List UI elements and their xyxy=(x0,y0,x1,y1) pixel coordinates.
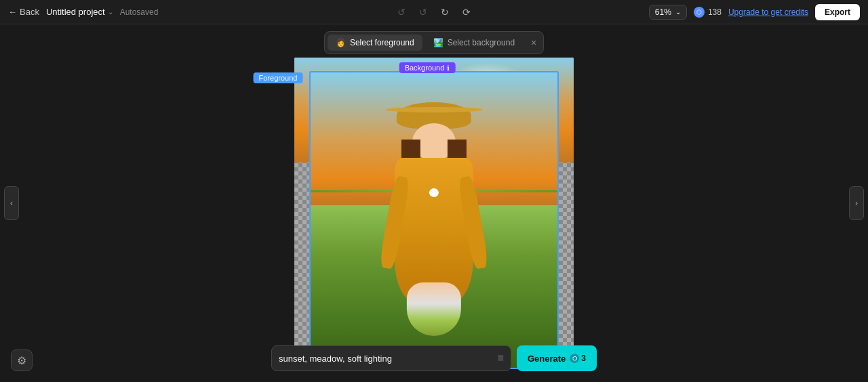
undo2-button[interactable]: ↺ xyxy=(414,3,432,21)
topbar-left: ← Back Untitled project ⌄ Autosaved xyxy=(8,7,158,17)
left-arrow-icon: ‹ xyxy=(10,198,13,208)
tab-background-label: Select background xyxy=(448,38,515,47)
prompt-bar: ≡ Generate ⬡ 3 xyxy=(271,345,597,371)
credits-display: ⬡ 138 xyxy=(694,7,722,18)
zoom-control[interactable]: 61% ⌄ xyxy=(649,5,687,20)
topbar: ← Back Untitled project ⌄ Autosaved ↺ ↺ … xyxy=(0,0,868,24)
cost-value: 3 xyxy=(581,354,586,363)
cost-icon: ⬡ xyxy=(570,354,579,363)
topbar-right: 61% ⌄ ⬡ 138 Upgrade to get credits Expor… xyxy=(649,4,860,20)
canvas-area: 👩 Select foreground 🏞️ Select background… xyxy=(0,24,868,382)
export-button[interactable]: Export xyxy=(815,4,860,20)
undo-icon: ↺ xyxy=(397,7,406,18)
hands-flowers xyxy=(407,282,461,335)
tab-foreground-label: Select foreground xyxy=(350,38,414,47)
back-arrow-icon: ← xyxy=(8,7,17,17)
collar xyxy=(429,188,439,197)
generate-button[interactable]: Generate ⬡ 3 xyxy=(517,345,597,371)
refresh-button[interactable]: ⟳ xyxy=(458,3,475,21)
credits-count: 138 xyxy=(708,7,722,17)
hat-brim xyxy=(385,107,483,112)
tab-background-icon: 🏞️ xyxy=(433,38,443,47)
prompt-settings-icon: ≡ xyxy=(498,352,504,364)
tab-foreground-icon: 👩 xyxy=(336,38,346,47)
zoom-value: 61% xyxy=(655,7,671,17)
foreground-label-badge: Foreground xyxy=(254,72,303,83)
person-figure xyxy=(366,102,502,368)
redo-icon: ↻ xyxy=(441,7,449,18)
foreground-label-text: Foreground xyxy=(259,74,298,82)
prompt-settings-button[interactable]: ≡ xyxy=(498,352,504,364)
topbar-center: ↺ ↺ ↻ ⟳ xyxy=(393,3,475,21)
project-name-text: Untitled project xyxy=(46,7,105,17)
project-chevron-icon: ⌄ xyxy=(108,8,113,16)
background-label-text: Background xyxy=(405,64,445,72)
prompt-input[interactable] xyxy=(279,354,498,364)
background-label-badge: Background ℹ xyxy=(399,62,456,73)
close-tab-button[interactable]: × xyxy=(527,36,540,49)
background-info-icon: ℹ xyxy=(447,64,450,72)
generate-cost: ⬡ 3 xyxy=(570,354,586,363)
credits-icon: ⬡ xyxy=(694,7,705,18)
tab-select-background[interactable]: 🏞️ Select background xyxy=(425,35,523,51)
main-canvas: Foreground xyxy=(294,58,574,369)
autosaved-status: Autosaved xyxy=(120,7,159,17)
zoom-chevron-icon: ⌄ xyxy=(675,8,681,16)
bottom-settings-button[interactable]: ⚙ xyxy=(11,349,33,371)
undo2-icon: ↺ xyxy=(419,7,427,18)
navigate-left-button[interactable]: ‹ xyxy=(4,186,19,220)
upgrade-link[interactable]: Upgrade to get credits xyxy=(728,7,808,17)
refresh-icon: ⟳ xyxy=(462,7,471,18)
project-name[interactable]: Untitled project ⌄ xyxy=(46,7,113,17)
back-label: Back xyxy=(20,7,39,17)
undo-button[interactable]: ↺ xyxy=(393,3,410,21)
back-button[interactable]: ← Back xyxy=(8,7,39,17)
navigate-right-button[interactable]: › xyxy=(849,186,864,220)
right-arrow-icon: › xyxy=(855,198,858,208)
generate-label: Generate xyxy=(528,354,566,364)
settings-icon: ⚙ xyxy=(17,354,26,367)
tab-select-foreground[interactable]: 👩 Select foreground xyxy=(328,35,422,51)
step-tabs: 👩 Select foreground 🏞️ Select background… xyxy=(324,31,544,54)
foreground-image-container xyxy=(309,71,559,369)
prompt-input-wrapper: ≡ xyxy=(271,345,511,371)
redo-button[interactable]: ↻ xyxy=(436,3,454,21)
